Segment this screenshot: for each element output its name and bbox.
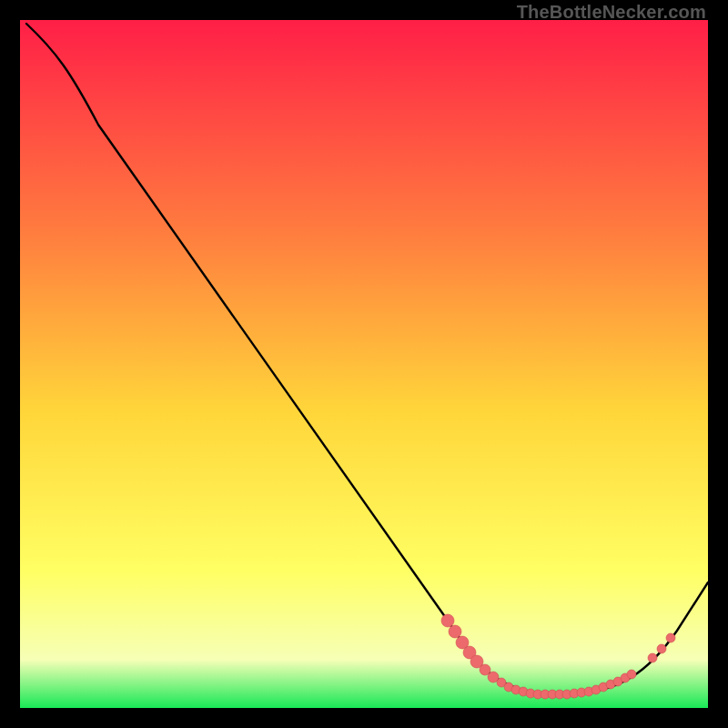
curve-marker (441, 614, 454, 627)
curve-marker (627, 670, 636, 679)
attribution-label: TheBottleNecker.com (517, 2, 706, 23)
chart-stage: TheBottleNecker.com (0, 0, 728, 728)
curve-marker (648, 653, 657, 662)
gradient-background (20, 20, 708, 708)
curve-marker (449, 625, 461, 638)
chart-svg (20, 20, 708, 708)
curve-marker (666, 633, 675, 642)
plot-area (20, 20, 708, 708)
curve-marker (657, 644, 666, 653)
